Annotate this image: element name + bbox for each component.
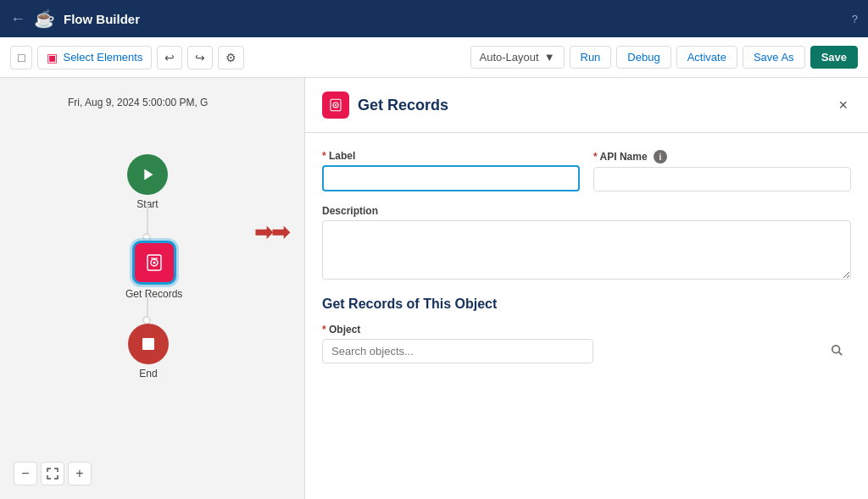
get-records-node[interactable]: Get Records <box>125 241 182 300</box>
undo-button[interactable]: ↩ <box>157 46 182 69</box>
label-group: Label <box>322 150 580 191</box>
top-nav: ← ☕ Flow Builder ? <box>0 0 868 37</box>
zoom-fit-button[interactable] <box>41 462 64 485</box>
api-name-group: * API Name i <box>593 150 851 191</box>
get-records-icon <box>132 241 176 285</box>
zoom-out-button[interactable]: − <box>14 462 37 485</box>
end-node[interactable]: End <box>128 324 169 380</box>
flow-canvas: Fri, Aug 9, 2024 5:00:00 PM, G Start Get… <box>0 78 305 499</box>
toolbar: □ ▣ Select Elements ↩ ↪ ⚙ Auto-Layout ▼ … <box>0 37 868 78</box>
zoom-controls: − + <box>14 462 92 485</box>
back-icon[interactable]: ← <box>10 10 25 28</box>
chevron-down-icon: ▼ <box>544 51 555 64</box>
object-section: Get Records of This Object Object <box>322 297 851 363</box>
description-input[interactable] <box>322 220 851 280</box>
get-records-node-label: Get Records <box>125 288 182 300</box>
arrow-left: ➡ <box>254 219 273 246</box>
panel-icon <box>322 91 349 119</box>
activate-button[interactable]: Activate <box>676 46 737 69</box>
toolbar-right: Auto-Layout ▼ Run Debug Activate Save As… <box>470 46 858 69</box>
connector-line-1 <box>147 203 148 234</box>
main-area: Fri, Aug 9, 2024 5:00:00 PM, G Start Get… <box>0 78 868 499</box>
svg-point-9 <box>832 346 840 353</box>
run-button[interactable]: Run <box>570 46 612 69</box>
panel-title: Get Records <box>358 97 448 114</box>
redo-button[interactable]: ↪ <box>187 46 213 69</box>
svg-point-8 <box>335 104 337 106</box>
svg-marker-0 <box>144 169 153 180</box>
connector-line-2 <box>147 293 148 317</box>
label-input[interactable] <box>322 165 580 191</box>
start-node-icon <box>127 154 168 195</box>
description-label: Description <box>322 205 851 217</box>
api-name-info-icon[interactable]: i <box>654 150 667 164</box>
help-icon[interactable]: ? <box>852 13 858 25</box>
toolbar-left: □ ▣ Select Elements ↩ ↪ ⚙ <box>10 46 244 69</box>
object-search-wrapper <box>322 339 851 363</box>
date-label: Fri, Aug 9, 2024 5:00:00 PM, G <box>68 97 208 108</box>
end-node-label: End <box>139 368 157 380</box>
section-title: Get Records of This Object <box>322 297 851 312</box>
select-elements-button[interactable]: ▣ Select Elements <box>37 46 152 69</box>
object-group: Object <box>322 324 851 363</box>
cloud-icon: ☕ <box>34 8 55 29</box>
panel-body: Label * API Name i Description Get R <box>305 133 868 380</box>
auto-layout-button[interactable]: Auto-Layout ▼ <box>470 46 565 69</box>
label-apiname-row: Label * API Name i <box>322 150 851 191</box>
close-panel-button[interactable]: × <box>835 93 851 118</box>
nav-right: ? <box>852 13 858 25</box>
description-group: Description <box>322 205 851 280</box>
start-node[interactable]: Start <box>127 154 168 210</box>
arrow-right: ➡ <box>271 219 290 246</box>
app-title: Flow Builder <box>64 12 140 26</box>
panel-title-row: Get Records <box>322 91 448 119</box>
save-button[interactable]: Save <box>810 46 858 69</box>
svg-point-3 <box>153 262 155 264</box>
api-name-input[interactable] <box>593 167 851 191</box>
select-elements-icon: ▣ <box>47 51 58 64</box>
end-node-icon <box>128 324 169 364</box>
svg-rect-5 <box>142 338 154 350</box>
svg-line-10 <box>839 352 843 356</box>
get-records-panel: Get Records × Label * API Name i <box>305 78 868 499</box>
debug-button[interactable]: Debug <box>616 46 670 69</box>
zoom-in-button[interactable]: + <box>68 462 92 485</box>
search-icon <box>831 344 843 358</box>
api-name-label: * API Name i <box>593 150 851 164</box>
object-search-input[interactable] <box>322 339 593 363</box>
nav-left: ← ☕ Flow Builder <box>10 8 140 29</box>
save-as-button[interactable]: Save As <box>743 46 805 69</box>
object-label: Object <box>322 324 851 335</box>
settings-button[interactable]: ⚙ <box>218 46 244 69</box>
panel-header: Get Records × <box>305 78 868 133</box>
toggle-sidebar-button[interactable]: □ <box>10 46 32 69</box>
label-field-label: Label <box>322 150 580 162</box>
